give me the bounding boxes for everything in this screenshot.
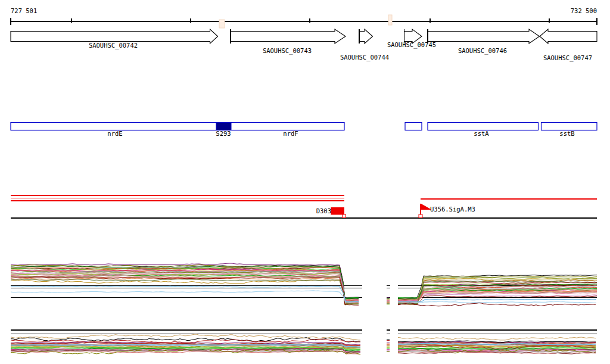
flag-pennant-u356[interactable] — [421, 204, 431, 210]
gene-arrow-saouhsc_00744[interactable] — [359, 29, 373, 43]
signal-trace — [11, 334, 360, 340]
genome-browser-screen: 727 501 732 500 SAOUHSC_00742SAOUHSC_007… — [0, 0, 610, 364]
signal-trace — [11, 280, 359, 303]
gene-label: SAOUHSC_00742 — [89, 42, 138, 49]
gene-arrow-saouhsc_00743[interactable] — [231, 29, 346, 43]
annotation-box[interactable] — [405, 123, 422, 130]
annotation-label: sstA — [474, 130, 488, 137]
signal-trace — [398, 301, 596, 303]
signal-trace — [398, 299, 596, 301]
flag-box-d303[interactable] — [331, 208, 344, 215]
annotation-label: sstB — [559, 130, 574, 137]
flag-base-square — [419, 214, 422, 218]
annotation-marker-s293[interactable] — [216, 123, 231, 130]
signal-trace — [11, 291, 359, 303]
gene-arrow-saouhsc_00746[interactable] — [428, 29, 540, 43]
ruler-start-coordinate: 727 501 — [11, 8, 37, 14]
gene-label: SAOUHSC_00744 — [340, 54, 389, 61]
gene-label: SAOUHSC_00746 — [458, 48, 507, 54]
annotation-box[interactable] — [541, 123, 597, 130]
flag-label: D303 — [316, 208, 331, 214]
gene-label: SAOUHSC_00747 — [543, 55, 592, 61]
browser-canvas — [0, 0, 610, 364]
ruler-highlight-marker — [388, 15, 392, 25]
signal-trace — [398, 303, 596, 306]
annotation-box[interactable] — [428, 123, 539, 130]
annotation-label-s293: S293 — [216, 130, 231, 137]
gene-label: SAOUHSC_00743 — [263, 48, 312, 54]
flag-label: U356.SigA.M3 — [430, 206, 475, 213]
gene-arrow-saouhsc_00747[interactable] — [540, 29, 597, 43]
signal-trace — [398, 337, 596, 340]
annotation-label: nrdE — [107, 130, 122, 137]
signal-trace — [11, 287, 359, 302]
ruler-end-coordinate: 732 500 — [571, 8, 597, 14]
flag-base-square — [343, 214, 346, 218]
annotation-box[interactable] — [11, 123, 344, 130]
ruler-highlight-marker — [219, 20, 225, 28]
annotation-label: nrdF — [283, 130, 298, 137]
gene-label: SAOUHSC_00745 — [387, 42, 436, 48]
